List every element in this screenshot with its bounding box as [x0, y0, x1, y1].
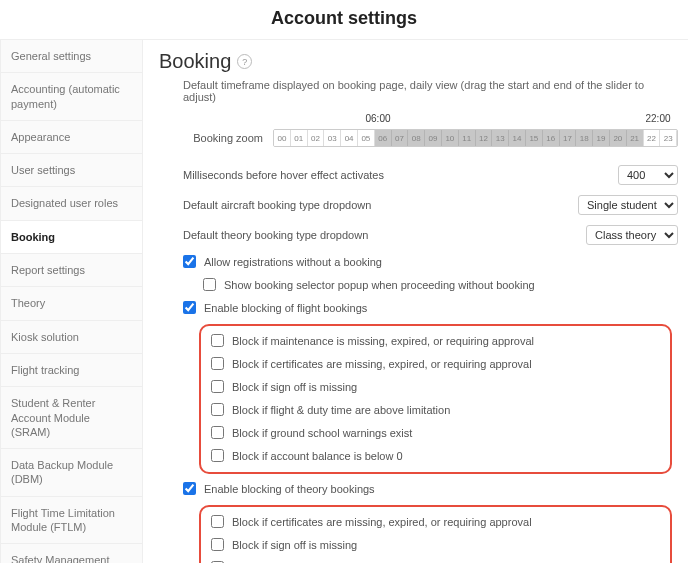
sidebar-item[interactable]: General settings	[1, 40, 142, 73]
enable-flight-block-label: Enable blocking of flight bookings	[204, 302, 367, 314]
slider-tick: 00	[274, 130, 291, 146]
slider-tick: 23	[660, 130, 677, 146]
aircraft-type-select[interactable]: Single student	[578, 195, 678, 215]
flight-block-checkbox[interactable]	[211, 357, 224, 370]
slider-tick: 22	[644, 130, 661, 146]
theory-type-row: Default theory booking type dropdown Cla…	[183, 225, 678, 245]
time-label: 06:00	[365, 113, 390, 124]
flight-block-label: Block if account balance is below 0	[232, 450, 403, 462]
flight-block-label: Block if flight & duty time are above li…	[232, 404, 450, 416]
theory-block-label: Block if certificates are missing, expir…	[232, 516, 532, 528]
slider-handle[interactable]	[638, 146, 648, 147]
theory-block-label: Block if sign off is missing	[232, 539, 357, 551]
enable-theory-block-check[interactable]: Enable blocking of theory bookings	[183, 482, 678, 495]
main-content: Booking ? Default timeframe displayed on…	[143, 40, 688, 563]
allow-registrations-checkbox[interactable]	[183, 255, 196, 268]
sidebar-item[interactable]: Data Backup Module (DBM)	[1, 449, 142, 497]
enable-flight-block-check[interactable]: Enable blocking of flight bookings	[183, 301, 678, 314]
sidebar-item[interactable]: Accounting (automatic payment)	[1, 73, 142, 121]
hover-ms-row: Milliseconds before hover effect activat…	[183, 165, 678, 185]
time-labels: 06:0022:00	[183, 113, 678, 127]
show-popup-checkbox[interactable]	[203, 278, 216, 291]
hover-ms-select[interactable]: 400	[618, 165, 678, 185]
timeframe-note: Default timeframe displayed on booking p…	[183, 79, 678, 103]
sidebar-item[interactable]: Kiosk solution	[1, 321, 142, 354]
theory-type-label: Default theory booking type dropdown	[183, 229, 368, 241]
zoom-label: Booking zoom	[183, 132, 263, 144]
flight-block-label: Block if certificates are missing, expir…	[232, 358, 532, 370]
flight-block-checkbox[interactable]	[211, 380, 224, 393]
flight-block-label: Block if sign off is missing	[232, 381, 357, 393]
show-popup-label: Show booking selector popup when proceed…	[224, 279, 535, 291]
sidebar-item[interactable]: Designated user roles	[1, 187, 142, 220]
allow-registrations-check[interactable]: Allow registrations without a booking	[183, 255, 678, 268]
sidebar-item[interactable]: Student & Renter Account Module (SRAM)	[1, 387, 142, 449]
flight-block-item[interactable]: Block if account balance is below 0	[211, 449, 660, 462]
enable-flight-block-checkbox[interactable]	[183, 301, 196, 314]
allow-registrations-label: Allow registrations without a booking	[204, 256, 382, 268]
booking-zoom-slider[interactable]: 0001020304050607080910111213141516171819…	[273, 129, 678, 147]
page-title: Account settings	[0, 0, 688, 39]
slider-selection[interactable]	[375, 130, 644, 146]
timeframe-control: 06:0022:00 Booking zoom 0001020304050607…	[183, 113, 678, 147]
slider-tick: 01	[291, 130, 308, 146]
flight-block-checkbox[interactable]	[211, 426, 224, 439]
slider-tick: 05	[358, 130, 375, 146]
theory-type-select[interactable]: Class theory	[586, 225, 678, 245]
aircraft-type-label: Default aircraft booking type dropdown	[183, 199, 371, 211]
theory-blocks-box: Block if certificates are missing, expir…	[199, 505, 672, 563]
sidebar-item[interactable]: Flight tracking	[1, 354, 142, 387]
theory-block-item[interactable]: Block if sign off is missing	[211, 538, 660, 551]
flight-block-item[interactable]: Block if ground school warnings exist	[211, 426, 660, 439]
enable-theory-block-label: Enable blocking of theory bookings	[204, 483, 375, 495]
slider-handle[interactable]	[638, 129, 648, 130]
sidebar-item[interactable]: Theory	[1, 287, 142, 320]
flight-block-item[interactable]: Block if sign off is missing	[211, 380, 660, 393]
flight-block-label: Block if ground school warnings exist	[232, 427, 412, 439]
flight-block-checkbox[interactable]	[211, 334, 224, 347]
slider-handle[interactable]	[370, 146, 380, 147]
section-title: Booking	[159, 50, 231, 73]
flight-blocks-box: Block if maintenance is missing, expired…	[199, 324, 672, 474]
theory-block-item[interactable]: Block if certificates are missing, expir…	[211, 515, 660, 528]
theory-block-checkbox[interactable]	[211, 538, 224, 551]
flight-block-item[interactable]: Block if flight & duty time are above li…	[211, 403, 660, 416]
theory-block-checkbox[interactable]	[211, 515, 224, 528]
show-popup-check[interactable]: Show booking selector popup when proceed…	[203, 278, 678, 291]
sidebar: General settingsAccounting (automatic pa…	[0, 40, 143, 563]
flight-block-item[interactable]: Block if maintenance is missing, expired…	[211, 334, 660, 347]
sidebar-item[interactable]: Safety Management System (SMS)	[1, 544, 142, 563]
sidebar-item[interactable]: Report settings	[1, 254, 142, 287]
time-label: 22:00	[645, 113, 670, 124]
slider-tick: 03	[324, 130, 341, 146]
enable-theory-block-checkbox[interactable]	[183, 482, 196, 495]
slider-tick: 02	[308, 130, 325, 146]
hover-ms-label: Milliseconds before hover effect activat…	[183, 169, 384, 181]
flight-block-checkbox[interactable]	[211, 449, 224, 462]
flight-block-item[interactable]: Block if certificates are missing, expir…	[211, 357, 660, 370]
sidebar-item[interactable]: User settings	[1, 154, 142, 187]
sidebar-item[interactable]: Flight Time Limitation Module (FTLM)	[1, 497, 142, 545]
sidebar-item[interactable]: Appearance	[1, 121, 142, 154]
slider-handle[interactable]	[370, 129, 380, 130]
flight-block-label: Block if maintenance is missing, expired…	[232, 335, 534, 347]
sidebar-item[interactable]: Booking	[1, 221, 142, 254]
flight-block-checkbox[interactable]	[211, 403, 224, 416]
help-icon[interactable]: ?	[237, 54, 252, 69]
slider-tick: 04	[341, 130, 358, 146]
aircraft-type-row: Default aircraft booking type dropdown S…	[183, 195, 678, 215]
